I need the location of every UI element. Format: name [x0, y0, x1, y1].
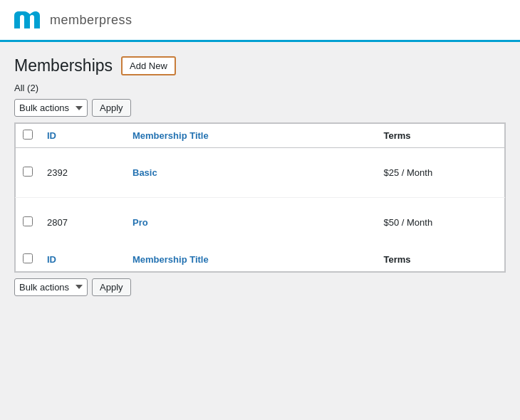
table-footer-row: ID Membership Title Terms — [16, 248, 505, 272]
row-title-cell: Basic — [125, 148, 377, 198]
row-id-value: 2392 — [47, 167, 68, 178]
memberships-table: ID Membership Title Terms 2392 — [15, 123, 505, 272]
row-checkbox-cell — [16, 148, 41, 198]
header: memberpress — [0, 0, 520, 42]
terms-column-header: Terms — [377, 124, 505, 148]
membership-title-link[interactable]: Basic — [132, 167, 157, 178]
table-row: 2392 Basic $25 / Month — [16, 148, 505, 198]
row-checkbox-0[interactable] — [23, 167, 33, 177]
row-title-cell: Pro — [125, 198, 377, 248]
row-id-cell: 2392 — [40, 148, 125, 198]
select-all-header — [16, 124, 41, 148]
row-terms-value: $25 / Month — [384, 167, 433, 178]
select-all-footer-checkbox[interactable] — [23, 253, 33, 263]
logo-text: memberpress — [50, 13, 132, 28]
select-all-footer-header — [16, 248, 41, 272]
row-terms-value: $50 / Month — [384, 217, 433, 228]
memberships-table-container: ID Membership Title Terms 2392 — [14, 122, 506, 273]
bulk-actions-bottom-wrapper: Bulk actions — [14, 278, 88, 296]
table-row: 2807 Pro $50 / Month — [16, 198, 505, 248]
table-header-row: ID Membership Title Terms — [16, 124, 505, 148]
bulk-actions-bottom-select[interactable]: Bulk actions — [14, 278, 88, 296]
row-checkbox-1[interactable] — [23, 216, 33, 226]
membership-title-link[interactable]: Pro — [132, 217, 148, 228]
page-title-row: Memberships Add New — [14, 56, 506, 75]
terms-footer-header: Terms — [377, 248, 505, 272]
row-terms-cell: $25 / Month — [377, 148, 505, 198]
main-content: Memberships Add New All (2) Bulk actions… — [0, 42, 520, 316]
add-new-button[interactable]: Add New — [121, 56, 176, 75]
logo-container: memberpress — [14, 7, 132, 33]
bulk-actions-top-select[interactable]: Bulk actions — [14, 99, 88, 117]
row-checkbox-cell — [16, 198, 41, 248]
bulk-actions-top-row: Bulk actions Apply — [14, 99, 506, 117]
row-id-value: 2807 — [47, 217, 68, 228]
page-title: Memberships — [14, 56, 113, 75]
row-id-cell: 2807 — [40, 198, 125, 248]
memberpress-logo-icon — [14, 7, 44, 33]
id-column-header[interactable]: ID — [40, 124, 125, 148]
filter-row: All (2) — [14, 83, 506, 93]
id-footer-header[interactable]: ID — [40, 248, 125, 272]
row-terms-cell: $50 / Month — [377, 198, 505, 248]
all-filter-link[interactable]: All (2) — [14, 83, 38, 93]
title-column-header[interactable]: Membership Title — [125, 124, 377, 148]
apply-top-button[interactable]: Apply — [92, 99, 131, 117]
select-all-checkbox[interactable] — [23, 130, 33, 140]
apply-bottom-button[interactable]: Apply — [92, 278, 131, 296]
bulk-actions-top-wrapper: Bulk actions — [14, 99, 88, 117]
bulk-actions-bottom-row: Bulk actions Apply — [14, 278, 506, 296]
title-footer-header[interactable]: Membership Title — [125, 248, 377, 272]
